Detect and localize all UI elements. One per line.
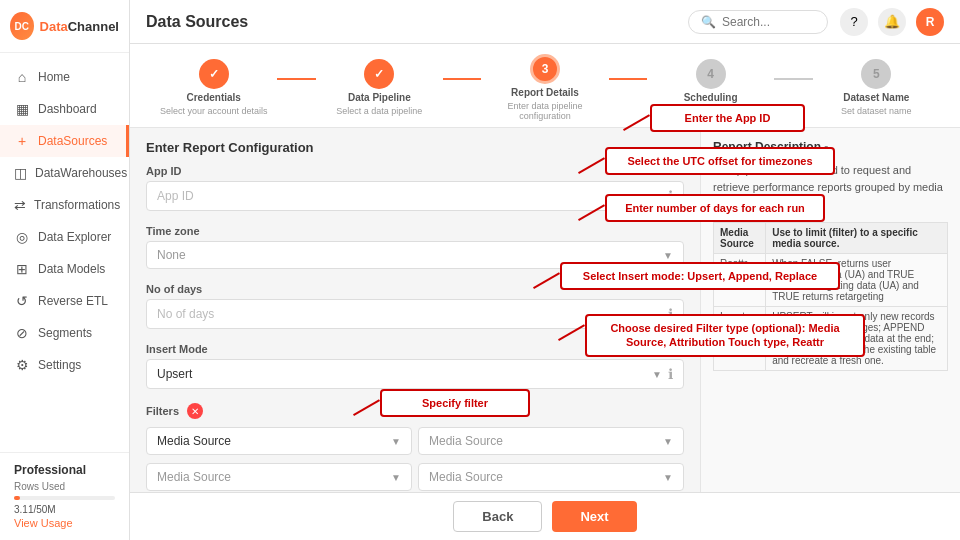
sidebar-item-dataexplorer[interactable]: ◎Data Explorer [0, 221, 129, 253]
sidebar-item-datasources[interactable]: +DataSources [0, 125, 129, 157]
datawarehouses-icon: ◫ [14, 165, 27, 181]
table-row: Reattr When FALSE, returns user acquisit… [714, 253, 948, 306]
insert-mode-input[interactable]: Upsert ▼ ℹ [146, 359, 684, 389]
filter-title: Filters [146, 405, 179, 417]
days-input[interactable]: No of days ℹ [146, 299, 684, 329]
filter-value-placeholder-1: Media Source [429, 434, 503, 448]
insert-mode-info-icon[interactable]: ℹ [668, 366, 673, 382]
wizard-step-2[interactable]: 3 Report Details Enter data pipeline con… [481, 54, 608, 121]
filter-type-select-2[interactable]: Media Source ▼ [146, 463, 412, 491]
timezone-input[interactable]: None ▼ [146, 241, 684, 269]
days-group: No of days No of days ℹ [146, 283, 684, 329]
home-icon: ⌂ [14, 69, 30, 85]
cell-insert-mode-desc: UPSERT will insert only new records or r… [766, 306, 948, 370]
avatar[interactable]: R [916, 8, 944, 36]
app-id-placeholder: App ID [157, 189, 194, 203]
timezone-group: Time zone None ▼ [146, 225, 684, 269]
filter-value-placeholder-2: Media Source [429, 470, 503, 484]
sidebar-label-datamodels: Data Models [38, 262, 105, 276]
days-info-icon[interactable]: ℹ [668, 306, 673, 322]
filter-type-select-1[interactable]: Media Source ▼ [146, 427, 412, 455]
step-connector-2 [609, 78, 647, 80]
insert-mode-value: Upsert [157, 367, 192, 381]
filter-row-1: Media Source ▼ Media Source ▼ [146, 427, 684, 455]
search-input[interactable] [722, 15, 822, 29]
app-id-label: App ID [146, 165, 684, 177]
insert-mode-group: Insert Mode Upsert ▼ ℹ [146, 343, 684, 389]
insert-mode-dropdown-icon: ▼ [652, 369, 662, 380]
step-label-0: Credentials [186, 92, 240, 103]
topbar-right: 🔍 ? 🔔 R [688, 8, 944, 36]
col-media-source: Media Source [714, 222, 766, 253]
cell-reattr-desc: When FALSE, returns user acquisition dat… [766, 253, 948, 306]
sidebar-item-datamodels[interactable]: ⊞Data Models [0, 253, 129, 285]
sidebar-label-settings: Settings [38, 358, 81, 372]
sidebar-item-settings[interactable]: ⚙Settings [0, 349, 129, 381]
wizard-step-1[interactable]: ✓ Data Pipeline Select a data pipeline [316, 59, 443, 116]
filter-value-select-2[interactable]: Media Source ▼ [418, 463, 684, 491]
filters-group: Filters ✕ Media Source ▼ Media Source ▼ [146, 403, 684, 491]
transformations-icon: ⇄ [14, 197, 26, 213]
sidebar-label-datasources: DataSources [38, 134, 107, 148]
view-usage-link[interactable]: View Usage [14, 517, 73, 529]
main: Data Sources 🔍 ? 🔔 R ✓ Credentials Selec… [130, 0, 960, 540]
notification-icon[interactable]: 🔔 [878, 8, 906, 36]
filter-header: Filters ✕ [146, 403, 684, 419]
timezone-label: Time zone [146, 225, 684, 237]
logo-icon: DC [10, 12, 34, 40]
wizard-step-4[interactable]: 5 Dataset Name Set dataset name [813, 59, 940, 116]
cell-reattr: Reattr [714, 253, 766, 306]
app-id-info-icon[interactable]: ℹ [668, 188, 673, 204]
content-area: Enter Report Configuration App ID App ID… [130, 128, 960, 492]
sidebar-label-datawarehouses: DataWarehouses [35, 166, 127, 180]
filter-value-select-1[interactable]: Media Source ▼ [418, 427, 684, 455]
app-id-group: App ID App ID ℹ [146, 165, 684, 211]
sidebar-label-transformations: Transformations [34, 198, 120, 212]
next-button[interactable]: Next [552, 501, 636, 532]
help-icon[interactable]: ? [840, 8, 868, 36]
step-label-4: Dataset Name [843, 92, 909, 103]
step-connector-0 [277, 78, 315, 80]
col-desc: Use to limit (filter) to a specific medi… [766, 222, 948, 253]
sidebar-item-segments[interactable]: ⊘Segments [0, 317, 129, 349]
sidebar-item-reverseetl[interactable]: ↺Reverse ETL [0, 285, 129, 317]
filter-value-arrow-1: ▼ [663, 436, 673, 447]
sidebar-item-home[interactable]: ⌂Home [0, 61, 129, 93]
wizard-step-0[interactable]: ✓ Credentials Select your account detail… [150, 59, 277, 116]
right-panel: Report Description - This pipeline can b… [700, 128, 960, 492]
page-title: Data Sources [146, 13, 248, 31]
step-sublabel-3: Schedule data pipeline [665, 106, 756, 116]
main-wrapper: Data Sources 🔍 ? 🔔 R ✓ Credentials Selec… [130, 0, 960, 540]
step-connector-1 [443, 78, 481, 80]
logo: DC DataChannel [0, 0, 129, 53]
step-sublabel-2: Enter data pipeline configuration [481, 101, 608, 121]
days-label: No of days [146, 283, 684, 295]
search-box[interactable]: 🔍 [688, 10, 828, 34]
step-circle-4: 5 [861, 59, 891, 89]
filter-type-placeholder-2: Media Source [157, 470, 231, 484]
sidebar-item-transformations[interactable]: ⇄Transformations [0, 189, 129, 221]
search-icon: 🔍 [701, 15, 716, 29]
filter-type-arrow-2: ▼ [391, 472, 401, 483]
bottom-bar: Back Next [130, 492, 960, 540]
table-row: Media Source Use to limit (filter) to a … [714, 222, 948, 253]
insert-mode-label: Insert Mode [146, 343, 684, 355]
app-id-input[interactable]: App ID ℹ [146, 181, 684, 211]
step-sublabel-4: Set dataset name [841, 106, 912, 116]
sidebar-item-dashboard[interactable]: ▦Dashboard [0, 93, 129, 125]
dashboard-icon: ▦ [14, 101, 30, 117]
reverseetl-icon: ↺ [14, 293, 30, 309]
sidebar-bottom: Professional Rows Used 3.11/50M View Usa… [0, 452, 129, 540]
rows-label: Rows Used [14, 481, 115, 492]
logo-text: DataChannel [40, 19, 119, 34]
step-circle-1: ✓ [364, 59, 394, 89]
right-info-table: Media Source Use to limit (filter) to a … [713, 222, 948, 371]
sidebar-label-dataexplorer: Data Explorer [38, 230, 111, 244]
timezone-dropdown-icon: ▼ [663, 250, 673, 261]
step-circle-0: ✓ [199, 59, 229, 89]
back-button[interactable]: Back [453, 501, 542, 532]
wizard-step-3[interactable]: 4 Scheduling Schedule data pipeline [647, 59, 774, 116]
filter-remove-button[interactable]: ✕ [187, 403, 203, 419]
step-circle-2: 3 [530, 54, 560, 84]
sidebar-item-datawarehouses[interactable]: ◫DataWarehouses [0, 157, 129, 189]
